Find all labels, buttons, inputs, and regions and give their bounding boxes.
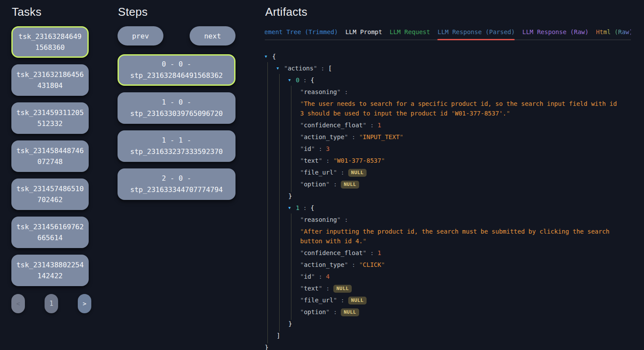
indent-guide <box>277 272 288 281</box>
indent-guide <box>277 156 288 165</box>
indent-guide <box>265 272 277 281</box>
indent-guide <box>288 144 300 154</box>
artifact-tab[interactable]: LLM Prompt <box>345 28 382 39</box>
artifact-tab[interactable]: LLM Response (Parsed) <box>437 28 515 39</box>
pagination-next-button[interactable]: > <box>78 294 91 313</box>
indent-guide <box>277 227 288 246</box>
indent-guide <box>277 75 288 85</box>
task-button[interactable]: tsk_231459311205512332 <box>11 102 89 134</box>
indent-guide <box>288 132 300 142</box>
json-string-value: INPUT_TEXT <box>363 133 399 140</box>
tasks-pagination: < 1 > <box>11 294 91 313</box>
indent-guide <box>265 99 277 118</box>
json-punctuation: } <box>288 320 292 327</box>
pagination-prev-button[interactable]: < <box>11 294 25 313</box>
step-list: 0 - 0 - stp_2316328464915683621 - 0 - st… <box>118 54 235 200</box>
json-token: " <box>344 261 348 268</box>
json-string-value: W01-377-8537 <box>337 157 381 164</box>
json-punctuation: { <box>272 53 276 60</box>
artifact-tab[interactable]: Element Tree (Trimmed) <box>265 28 338 39</box>
json-string-value: After inputting the product id, the sear… <box>300 228 613 245</box>
json-tree-content: "action_type" : "INPUT_TEXT" <box>300 132 403 142</box>
json-token: " <box>313 65 317 72</box>
task-button[interactable]: tsk_231438802254142422 <box>11 255 89 286</box>
indent-guide <box>288 295 300 305</box>
indent-guide <box>288 248 300 258</box>
task-button[interactable]: tsk_231456169762665614 <box>11 217 89 248</box>
null-badge: NULL <box>341 308 360 316</box>
json-number-value: 3 <box>326 145 329 152</box>
indent-guide <box>265 215 277 224</box>
indent-guide <box>288 168 300 177</box>
json-token: " <box>344 133 348 140</box>
collapse-arrow-icon[interactable]: ▼ <box>288 203 296 213</box>
task-button[interactable]: tsk_231632186456431804 <box>11 64 89 96</box>
json-tree-row: "id" : 4 <box>265 272 631 281</box>
json-colon: : <box>315 145 326 152</box>
null-badge: NULL <box>333 285 352 293</box>
json-tree-row: } <box>265 319 631 329</box>
indent-guide <box>277 191 288 201</box>
json-tree-content: "option" : NULL <box>300 307 359 317</box>
json-token: " <box>311 273 315 280</box>
json-tree-row: "action_type" : "INPUT_TEXT" <box>265 132 631 142</box>
indent-guide <box>265 132 277 142</box>
indent-guide <box>277 132 288 142</box>
task-list: tsk_231632846491568360tsk_23163218645643… <box>11 26 91 286</box>
task-button[interactable]: tsk_231457486510702462 <box>11 178 89 210</box>
indent-guide <box>288 179 300 189</box>
json-tree-row: ▼"actions" : [ <box>265 63 631 73</box>
json-token: " <box>363 249 366 256</box>
json-tree-content: "text" : NULL <box>300 284 352 293</box>
indent-guide <box>265 191 277 201</box>
json-tree-row: "option" : NULL <box>265 307 631 317</box>
indent-guide <box>288 215 300 224</box>
json-tree-content: } <box>288 191 292 201</box>
collapse-arrow-icon[interactable]: ▼ <box>288 75 296 85</box>
indent-guide <box>277 248 288 258</box>
json-tree-row: "file_url" : NULL <box>265 168 631 177</box>
indent-guide <box>265 248 277 258</box>
artifact-tab[interactable]: LLM Response (Raw) <box>522 28 589 39</box>
json-token: " <box>337 88 340 95</box>
pagination-page-button[interactable]: 1 <box>45 294 58 313</box>
json-colon: : <box>348 133 359 140</box>
json-token: " <box>363 238 366 245</box>
collapse-arrow-icon[interactable]: ▼ <box>265 52 272 61</box>
artifact-tab[interactable]: LLM Request <box>390 28 430 39</box>
task-button[interactable]: tsk_231458448746072748 <box>11 140 89 172</box>
json-token: " <box>506 110 510 117</box>
step-button[interactable]: 1 - 0 - stp_231633039765096720 <box>118 92 235 124</box>
task-button[interactable]: tsk_231632846491568360 <box>11 26 89 58</box>
json-colon: : <box>367 249 377 256</box>
json-tree-row: "confidence_float" : 1 <box>265 120 631 130</box>
json-key: id <box>304 273 311 280</box>
indent-guide <box>265 227 277 246</box>
json-string-value: CLICK <box>363 261 381 268</box>
json-tree-content: ] <box>277 331 280 340</box>
json-token: " <box>311 145 315 152</box>
json-tree-row: } <box>265 191 631 201</box>
prev-step-button[interactable]: prev <box>118 26 163 46</box>
json-key: id <box>304 145 311 152</box>
json-colon: : <box>337 169 348 176</box>
indent-guide <box>288 307 300 317</box>
indent-guide <box>265 319 277 329</box>
artifact-tab[interactable]: Html (Raw) <box>596 28 631 39</box>
step-button[interactable]: 2 - 0 - stp_231633344707774794 <box>118 168 235 200</box>
json-tree-row: ▼0 : { <box>265 75 631 85</box>
json-token: " <box>381 261 384 268</box>
next-step-button[interactable]: next <box>190 26 235 46</box>
indent-guide <box>277 319 288 329</box>
json-punctuation: ] <box>277 332 280 339</box>
collapse-arrow-icon[interactable]: ▼ <box>277 63 284 73</box>
step-button[interactable]: 1 - 1 - stp_231633237333592370 <box>118 130 235 162</box>
indent-guide <box>265 87 277 97</box>
step-button[interactable]: 0 - 0 - stp_231632846491568362 <box>118 54 235 86</box>
json-number-value: 1 <box>377 249 381 256</box>
json-colon: : <box>367 122 377 129</box>
json-key: reasoning <box>304 88 337 95</box>
indent-guide <box>288 260 300 270</box>
json-tree-viewer: ▼{▼"actions" : [▼0 : {"reasoning" : "The… <box>265 52 631 350</box>
indent-guide <box>288 284 300 293</box>
